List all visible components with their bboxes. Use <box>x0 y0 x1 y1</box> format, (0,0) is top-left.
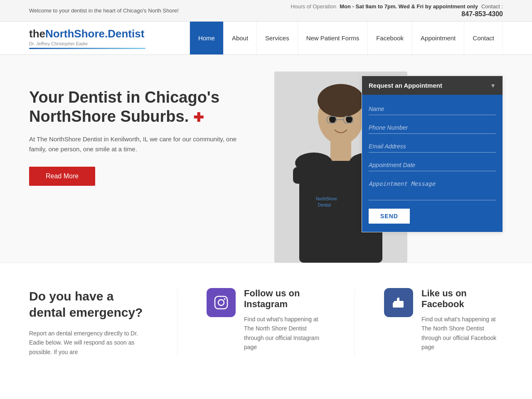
nav-bar: theNorthShore.Dentist Dr. Jeffrey Christ… <box>0 22 532 55</box>
logo-text: theNorthShore.Dentist Dr. Jeffrey Christ… <box>29 27 145 46</box>
logo-area: theNorthShore.Dentist Dr. Jeffrey Christ… <box>29 27 145 49</box>
instagram-text: Follow us on Instagram Find out what's h… <box>244 288 325 352</box>
svg-point-7 <box>295 153 332 173</box>
logo-main: theNorthShore.Dentist <box>29 27 145 40</box>
facebook-description: Find out what's happening at The North S… <box>421 315 503 352</box>
appointment-header-title: Request an Appointment <box>369 82 442 89</box>
instagram-description: Find out what's happening at The North S… <box>244 315 325 352</box>
svg-text:NorthShore: NorthShore <box>316 197 337 201</box>
top-bar-right: Hours of Operation Mon - Sat 9am to 7pm.… <box>291 3 503 18</box>
hero-title-line2: NorthShore Suburbs. <box>29 108 189 125</box>
nav-links: Home About Services New Patient Forms Fa… <box>190 22 503 54</box>
read-more-button[interactable]: Read More <box>29 167 95 186</box>
divider-2 <box>355 288 355 357</box>
hero-title: Your Dentist in Chicago's NorthShore Sub… <box>29 88 237 126</box>
contact-line: 847-853-4300 <box>461 10 503 18</box>
logo-blue-text: NorthShore.Dentist <box>45 27 144 40</box>
emergency-column: Do you have a dental emergency? Report a… <box>29 288 148 357</box>
chevron-down-icon: ▼ <box>490 82 496 89</box>
svg-rect-16 <box>215 296 227 309</box>
instagram-icon-box[interactable] <box>207 288 236 317</box>
svg-text:Dentist: Dentist <box>318 203 331 207</box>
facebook-icon-box[interactable] <box>384 288 413 317</box>
emergency-title: Do you have a dental emergency? <box>29 288 148 320</box>
hours-value: Mon - Sat 9am to 7pm. Wed & Fri by appoi… <box>340 3 478 10</box>
message-field-wrapper <box>369 178 496 200</box>
hero-description: At The NorthShore Dentist in Kenilworth,… <box>29 134 237 154</box>
bottom-section: Do you have a dental emergency? Report a… <box>0 263 532 382</box>
instagram-icon <box>214 295 229 310</box>
hours-label: Hours of Operation <box>291 3 336 10</box>
date-input[interactable] <box>369 159 496 171</box>
email-field-wrapper <box>369 140 496 153</box>
nav-home[interactable]: Home <box>190 22 224 54</box>
nav-contact[interactable]: Contact <box>464 22 503 54</box>
svg-rect-6 <box>330 140 351 161</box>
facebook-title: Like us on Facebook <box>421 288 503 310</box>
svg-point-18 <box>224 298 226 300</box>
facebook-text: Like us on Facebook Find out what's happ… <box>421 288 503 352</box>
welcome-text: Welcome to your dentist in the heart of … <box>29 7 179 14</box>
hours-line: Hours of Operation Mon - Sat 9am to 7pm.… <box>291 3 503 10</box>
instagram-column: Follow us on Instagram Find out what's h… <box>207 288 325 352</box>
appointment-body: SEND <box>362 95 502 232</box>
message-input[interactable] <box>369 178 496 199</box>
svg-point-17 <box>218 300 224 305</box>
name-field-wrapper <box>369 103 496 115</box>
facebook-thumbs-up-icon <box>391 295 406 310</box>
send-button[interactable]: SEND <box>369 209 410 224</box>
emergency-text: Report an dental emergency directly to D… <box>29 329 148 357</box>
appointment-header: Request an Appointment ▼ <box>362 76 502 95</box>
hero-content: Your Dentist in Chicago's NorthShore Sub… <box>29 80 237 186</box>
svg-rect-19 <box>393 303 395 308</box>
logo-sub: Dr. Jeffrey Christopher Eadie <box>29 41 145 46</box>
phone-input[interactable] <box>369 122 496 133</box>
contact-phone: 847-853-4300 <box>461 10 503 18</box>
logo-underline <box>29 48 145 49</box>
name-input[interactable] <box>369 103 496 115</box>
hero-title-line1: Your Dentist in Chicago's <box>29 89 219 106</box>
nav-appointment[interactable]: Appointment <box>412 22 464 54</box>
nav-services[interactable]: Services <box>257 22 298 54</box>
instagram-title: Follow us on Instagram <box>244 288 325 310</box>
nav-facebook[interactable]: Facebook <box>368 22 412 54</box>
contact-label: Contact : <box>481 3 503 10</box>
date-field-wrapper <box>369 159 496 171</box>
email-input[interactable] <box>369 140 496 152</box>
hero-section: Your Dentist in Chicago's NorthShore Sub… <box>0 55 532 263</box>
appointment-panel: Request an Appointment ▼ SEND <box>362 76 503 232</box>
top-bar: Welcome to your dentist in the heart of … <box>0 0 532 22</box>
phone-field-wrapper <box>369 122 496 134</box>
facebook-column: Like us on Facebook Find out what's happ… <box>384 288 503 352</box>
plus-icon: ✚ <box>193 111 204 124</box>
divider-1 <box>177 288 177 357</box>
svg-point-2 <box>318 84 364 117</box>
nav-about[interactable]: About <box>224 22 257 54</box>
nav-new-patient-forms[interactable]: New Patient Forms <box>298 22 368 54</box>
